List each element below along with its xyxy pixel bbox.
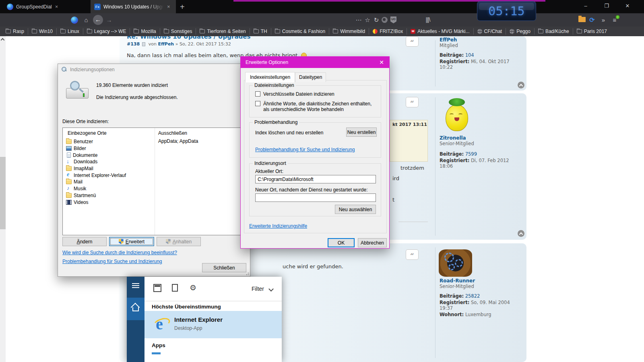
dialog-titlebar[interactable]: Indizierungsoptionen: [58, 64, 250, 75]
back-button[interactable]: ←: [93, 15, 103, 25]
quote-button[interactable]: “: [406, 36, 419, 47]
tab-close-icon[interactable]: ×: [167, 4, 170, 10]
close-icon[interactable]: ✕: [378, 57, 385, 68]
scroll-to-top-icon[interactable]: [518, 82, 524, 88]
indexed-location-row[interactable]: Videos: [66, 199, 126, 206]
apps-filter-icon[interactable]: [153, 284, 161, 292]
tab-groupspeeddial[interactable]: GroupSpeedDial ×: [3, 0, 87, 13]
dialog-titlebar[interactable]: Erweiterte Optionen ✕: [241, 57, 389, 68]
indexed-location-row[interactable]: Downloads: [66, 158, 126, 165]
groupspeeddial-toolbar-icon[interactable]: [71, 16, 78, 24]
posts-count-link[interactable]: 7599: [465, 151, 477, 157]
bookmark-item[interactable]: Aktuelles - MVG Märki...: [411, 28, 473, 35]
posts-count-link[interactable]: 104: [465, 52, 474, 58]
window-close-button[interactable]: ✕: [621, 2, 634, 10]
search-result-internet-explorer[interactable]: e Internet Explorer Desktop-App: [144, 311, 282, 338]
indexed-location-row[interactable]: Musik: [66, 185, 126, 192]
page-actions-icon[interactable]: ⋯: [354, 13, 363, 27]
troubleshoot-link[interactable]: Problembehandlung für Suche und Indizier…: [62, 259, 162, 264]
window-restore-button[interactable]: ❐: [601, 2, 613, 10]
tab-file-types[interactable]: Dateitypen: [295, 72, 326, 82]
cancel-button[interactable]: Abbrechen: [358, 238, 387, 247]
indexed-location-row[interactable]: Benutzer: [66, 138, 126, 145]
home-tab[interactable]: [127, 298, 144, 320]
troubleshoot-link[interactable]: Problembehandlung für Suche und Indizier…: [255, 147, 355, 152]
indexed-locations-list[interactable]: Einbezogene Orte Ausschließen Benutzer B…: [62, 128, 246, 235]
filter-label[interactable]: Filter: [252, 286, 264, 292]
post-author-link[interactable]: EffPeh: [158, 41, 174, 47]
home-icon[interactable]: ⌂: [82, 13, 91, 27]
bookmark-item[interactable]: Rasp: [6, 28, 28, 35]
forward-button[interactable]: →: [105, 13, 114, 27]
diacritics-checkbox[interactable]: [255, 101, 260, 106]
bookmark-item[interactable]: TH: [254, 28, 271, 35]
indexed-location-row[interactable]: ImapMail: [66, 165, 126, 172]
indexed-location-row[interactable]: Dokumente: [66, 152, 126, 158]
extension-circle-icon[interactable]: [382, 17, 388, 23]
ok-button[interactable]: OK: [328, 238, 355, 247]
select-new-button[interactable]: Neu auswählen: [335, 205, 376, 214]
scrollbar-thumb[interactable]: [0, 157, 6, 229]
hamburger-icon[interactable]: [132, 283, 139, 288]
indexed-location-row[interactable]: Internet Explorer-Verlauf: [66, 172, 126, 179]
bookmark-item[interactable]: Legacy --> WE: [87, 28, 130, 35]
encrypted-files-label[interactable]: Verschlüsselte Dateien indizieren: [263, 91, 334, 97]
bookmark-item[interactable]: Mozilla: [134, 28, 160, 35]
bookmark-item[interactable]: FRITZ!Box: [373, 28, 407, 35]
bookmark-item[interactable]: Bad/Küche: [538, 28, 573, 35]
locations-label: Diese Orte indizieren:: [62, 119, 109, 124]
bookmark-item[interactable]: Cosmetic & Fashion: [275, 28, 329, 35]
rebuild-button[interactable]: Neu erstellen: [346, 128, 377, 137]
new-tab-button[interactable]: +: [180, 1, 185, 13]
bookmark-star-icon[interactable]: ☆: [363, 13, 372, 27]
advanced-indexing-help-link[interactable]: Erweiterte Indizierungshilfe: [249, 223, 307, 229]
modify-button[interactable]: Ändern: [62, 237, 107, 246]
post-heading[interactable]: Re: Windows 10 Updates / Upgrades: [127, 36, 250, 40]
window-minimize-button[interactable]: –: [580, 2, 592, 10]
tab-windows10-updates[interactable]: Fx Windows 10 Updates / Upgrade ×: [91, 0, 176, 13]
new-location-field[interactable]: [255, 193, 376, 202]
hamburger-menu-icon[interactable]: ≡↑: [610, 13, 619, 27]
encrypted-files-checkbox[interactable]: [255, 91, 260, 97]
search-affect-link[interactable]: Wie wird die Suche durch die Indizierung…: [62, 250, 177, 255]
bookmark-item[interactable]: Tierforen & Seiten: [200, 28, 250, 35]
resize-grip[interactable]: [245, 272, 249, 276]
username-link[interactable]: Road-Runner: [440, 278, 522, 284]
post-number[interactable]: #138: [127, 41, 140, 47]
avatar-gear: [444, 253, 454, 262]
posts-count-link[interactable]: 25822: [465, 293, 480, 299]
advanced-button[interactable]: Erweitert: [109, 237, 154, 246]
indexed-location-row[interactable]: Mail: [66, 179, 126, 185]
filter-chevron-icon[interactable]: [268, 286, 274, 292]
reload-icon[interactable]: ↻: [372, 13, 381, 27]
bookmark-item[interactable]: Paris 2017: [577, 28, 611, 35]
tab-close-icon[interactable]: ×: [55, 4, 58, 10]
library-icon[interactable]: |||\: [423, 13, 432, 27]
diacritics-label[interactable]: Ähnliche Worte, die diakritische Zeichen…: [263, 101, 378, 112]
scrollbar-up-arrow-icon[interactable]: [1, 38, 5, 42]
close-dialog-button[interactable]: Schließen: [202, 263, 246, 272]
bookmark-item[interactable]: Sonstiges: [164, 28, 196, 35]
sync-icon[interactable]: ⟳: [588, 13, 597, 27]
indexed-location-row[interactable]: Bilder: [66, 145, 126, 152]
overflow-menu-icon[interactable]: »: [599, 13, 608, 27]
bookmark-item[interactable]: Peggo: [510, 28, 535, 35]
bookmark-item[interactable]: Linux: [60, 28, 83, 35]
quote-button[interactable]: “: [406, 97, 419, 107]
scroll-to-top-icon[interactable]: [518, 230, 524, 237]
tab-index-settings[interactable]: Indexeinstellungen: [245, 72, 295, 82]
username-link[interactable]: Zitronella: [440, 135, 522, 141]
bookmark-item[interactable]: CF/Chat: [477, 28, 506, 35]
bookmark-item[interactable]: Wimmelbild: [333, 28, 369, 35]
quote-button[interactable]: “: [406, 249, 419, 260]
dialog-tabs: Indexeinstellungen Dateitypen: [245, 72, 326, 82]
username-link[interactable]: EffPeh: [440, 37, 522, 43]
indexed-location-row[interactable]: Startmenü: [66, 192, 126, 199]
settings-gear-icon[interactable]: ⚙: [190, 284, 198, 292]
left-scrollbar[interactable]: [0, 36, 6, 362]
ublock-shield-icon[interactable]: UO: [390, 16, 396, 23]
current-location-field[interactable]: [255, 175, 376, 183]
documents-filter-icon[interactable]: [172, 284, 178, 292]
bookmark-item[interactable]: Win10: [32, 28, 57, 35]
downloads-folder-icon[interactable]: [578, 17, 586, 22]
